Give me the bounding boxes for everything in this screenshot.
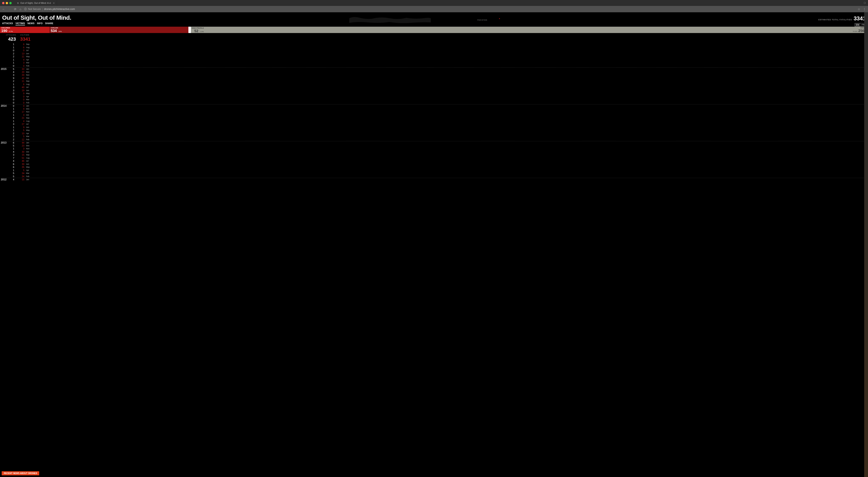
nav-victims[interactable]: VICTIMS: [16, 22, 25, 25]
timeline-row[interactable]: 340Jul: [2, 86, 866, 89]
timeline-row[interactable]: 317Nov: [2, 110, 866, 113]
person-icon: [85, 160, 87, 162]
nav-news[interactable]: NEWS: [28, 22, 35, 25]
person-icon: [37, 83, 38, 85]
person-icon: [40, 68, 41, 70]
address-bar[interactable]: ⓘ Not Secure | drones.pitchinteractive.c…: [24, 7, 855, 11]
timeline-row[interactable]: 16Aug: [2, 46, 866, 49]
close-tab-icon[interactable]: ×: [53, 1, 55, 5]
timeline-row[interactable]: 00May: [2, 92, 866, 95]
timeline-row[interactable]: 315Sep: [2, 153, 866, 157]
reload-icon[interactable]: ⟳: [14, 7, 17, 11]
person-icon: [40, 71, 41, 73]
person-icon: [65, 163, 66, 165]
timeline-row[interactable]: 13Nov: [2, 147, 866, 150]
timeline-row[interactable]: 201400Jan: [2, 104, 866, 107]
timeline-row[interactable]: 320Nov: [2, 73, 866, 77]
star-icon[interactable]: ☆: [858, 7, 860, 11]
home-icon[interactable]: ⌂: [20, 7, 21, 11]
timeline-row[interactable]: 942Oct: [2, 77, 866, 80]
person-icon: [45, 52, 46, 55]
timeline-row[interactable]: 00Feb: [2, 101, 866, 104]
timeline-row[interactable]: 13Mar: [2, 61, 866, 64]
person-icon: [55, 141, 56, 144]
timeline-row[interactable]: 14Aug: [2, 120, 866, 123]
nav-attacks[interactable]: ATTACKS: [2, 22, 13, 25]
row-victim-icons: [32, 147, 866, 150]
person-icon: [33, 108, 34, 110]
timeline-row[interactable]: 2013644Jan: [2, 141, 866, 144]
person-icon: [37, 141, 38, 144]
timeline-row[interactable]: 421Sep: [2, 116, 866, 120]
timeline-row[interactable]: 534Mar: [2, 172, 866, 175]
timeline-row[interactable]: 211May: [2, 55, 866, 58]
timeline-row[interactable]: 212Feb: [2, 138, 866, 141]
timeline-row[interactable]: 00Apr: [2, 95, 866, 98]
timeline-row[interactable]: 210Apr: [2, 132, 866, 135]
person-icon: [59, 160, 60, 162]
minimize-window-icon[interactable]: [6, 2, 8, 4]
timeline-row[interactable]: 630Jun: [2, 163, 866, 166]
timeline-row[interactable]: 15Apr: [2, 169, 866, 172]
person-icon: [45, 56, 46, 58]
nav-info[interactable]: INFO: [37, 22, 42, 25]
timeline-row[interactable]: 635May: [2, 166, 866, 169]
timeline-row[interactable]: 13Oct: [2, 113, 866, 117]
timeline-row[interactable]: 14Apr: [2, 58, 866, 61]
person-icon: [35, 175, 36, 177]
timeline-row[interactable]: 446Jul: [2, 160, 866, 163]
lang-en-button[interactable]: EN: [855, 23, 860, 27]
person-icon: [78, 141, 79, 144]
person-icon: [52, 157, 53, 159]
timeline-row[interactable]: 2015533Jan: [2, 67, 866, 70]
person-icon: [73, 160, 74, 162]
person-icon: [88, 160, 89, 162]
timeline-row[interactable]: 327Jul: [2, 123, 866, 126]
timeline-row[interactable]: 00Feb: [2, 64, 866, 68]
nav-share[interactable]: SHARE: [45, 22, 53, 25]
timeline-row[interactable]: 14Dec: [2, 107, 866, 110]
timeline-row[interactable]: 523Dec: [2, 144, 866, 147]
timeline-row[interactable]: 319Jun: [2, 89, 866, 92]
total-victims: 3341: [20, 36, 29, 42]
person-icon: [74, 86, 75, 89]
timeline-row[interactable]: 534Feb: [2, 175, 866, 178]
category-civilian[interactable]: CIVILIAN 534 16%: [50, 27, 188, 33]
timeline-row[interactable]: 00Jul: [2, 49, 866, 52]
timeline-row[interactable]: 430Oct: [2, 150, 866, 154]
timeline-row[interactable]: 213Jun: [2, 52, 866, 55]
person-icon: [42, 138, 43, 141]
person-icon: [60, 141, 61, 144]
timeline-row[interactable]: 19Jun: [2, 126, 866, 129]
category-other[interactable]: HIGH PROFILE 52 1.6% OTHER 76.8% 2565: [191, 27, 868, 33]
timeline-row[interactable]: 751Aug: [2, 157, 866, 160]
category-children[interactable]: CHILDREN 190 5.7%: [0, 27, 50, 33]
maximize-window-icon[interactable]: [9, 2, 12, 4]
timeline-row[interactable]: 420Dec: [2, 70, 866, 74]
timeline-area: ATTACKS VICTIMS 423 3341 16Sep16Aug00Jul…: [0, 33, 868, 182]
person-icon: [66, 77, 67, 79]
row-attacks: 3: [2, 110, 16, 113]
timeline-row[interactable]: 211Sep: [2, 79, 866, 83]
person-icon: [40, 150, 41, 153]
person-icon: [32, 71, 33, 73]
timeline-row[interactable]: 16Aug: [2, 83, 866, 86]
timeline-row[interactable]: 00Mar: [2, 98, 866, 101]
browser-tab[interactable]: 🗎 Out of Sight, Out of Mind: A vi ×: [15, 0, 57, 6]
timeline-row[interactable]: 15May: [2, 129, 866, 132]
back-icon[interactable]: ←: [2, 7, 5, 11]
menu-icon[interactable]: ⋮: [863, 7, 866, 11]
person-icon: [55, 163, 56, 165]
person-icon: [79, 157, 80, 159]
close-window-icon[interactable]: [2, 2, 4, 4]
timeline-row[interactable]: 2012415Jan: [2, 178, 866, 181]
person-icon: [32, 163, 33, 165]
header-stats: ESTIMATED TOTAL FATALITIES 3341 EN FR: [818, 15, 866, 27]
person-icon: [35, 117, 36, 119]
person-icon: [42, 77, 43, 79]
timeline-row[interactable]: 16Sep: [2, 43, 866, 46]
row-attacks: 1: [2, 61, 16, 64]
person-icon: [36, 46, 37, 48]
timeline-row[interactable]: 25Mar: [2, 135, 866, 138]
person-icon: [33, 132, 34, 134]
